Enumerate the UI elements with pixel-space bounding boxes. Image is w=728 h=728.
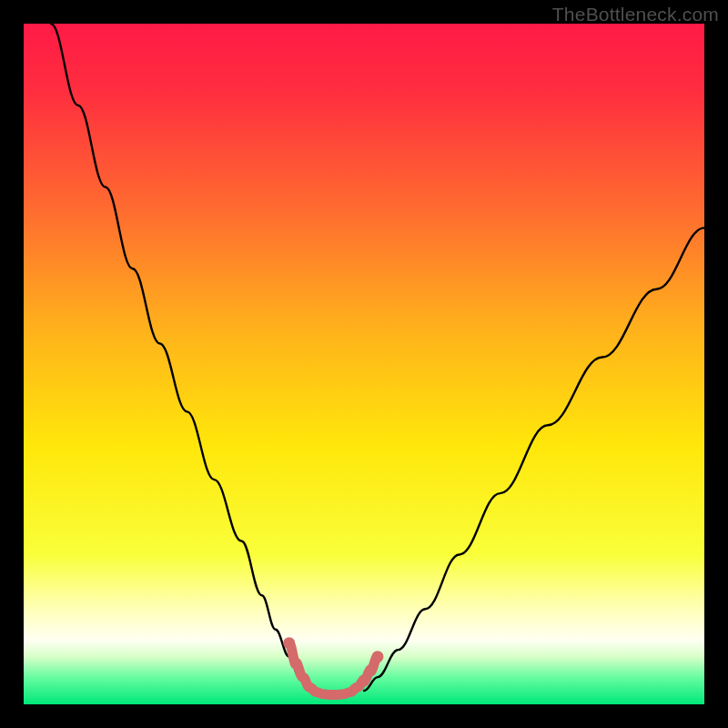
trough-marker-dot: [290, 658, 302, 670]
trough-marker-dot: [283, 637, 295, 649]
watermark-text: TheBottleneck.com: [552, 4, 719, 25]
trough-marker-dot: [365, 664, 377, 676]
trough-marker-dot: [371, 651, 383, 662]
trough-marker-dot: [359, 674, 370, 686]
chart-frame: [24, 24, 704, 704]
gradient-background: [24, 24, 704, 704]
bottleneck-chart: [24, 24, 704, 704]
